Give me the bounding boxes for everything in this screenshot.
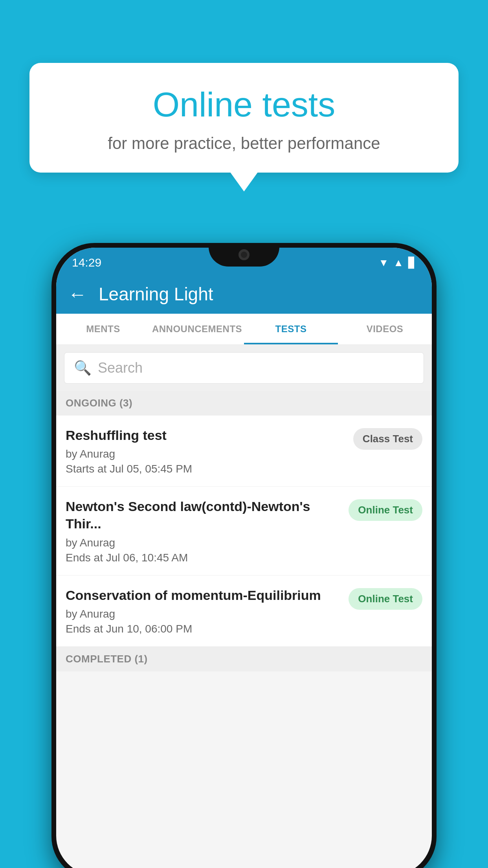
test-time-3: Ends at Jun 10, 06:00 PM [66,623,342,635]
battery-icon: ▊ [408,257,416,269]
test-time-1: Starts at Jul 05, 05:45 PM [66,463,347,475]
test-item-1[interactable]: Reshuffling test by Anurag Starts at Jul… [56,416,432,487]
ongoing-label: ONGOING (3) [66,397,132,409]
wifi-icon: ▼ [379,257,389,269]
tab-announcements[interactable]: ANNOUNCEMENTS [150,314,244,344]
phone-frame: 14:29 ▼ ▲ ▊ ← Learning Light MENTS ANNOU… [51,243,437,868]
test-info-3: Conservation of momentum-Equilibrium by … [66,587,342,635]
test-item-2[interactable]: Newton's Second law(contd)-Newton's Thir… [56,487,432,575]
app-bar: ← Learning Light [56,274,432,314]
test-item-3[interactable]: Conservation of momentum-Equilibrium by … [56,576,432,647]
search-icon: 🔍 [74,360,92,376]
status-time: 14:29 [72,256,101,269]
back-button[interactable]: ← [68,283,87,305]
test-info-1: Reshuffling test by Anurag Starts at Jul… [66,427,347,475]
test-author-2: by Anurag [66,537,342,549]
search-placeholder-text: Search [98,360,143,376]
tab-ments[interactable]: MENTS [56,314,150,344]
test-badge-2: Online Test [349,499,422,521]
completed-section-header: COMPLETED (1) [56,647,432,671]
phone-screen: 14:29 ▼ ▲ ▊ ← Learning Light MENTS ANNOU… [56,248,432,868]
test-badge-1: Class Test [353,428,422,450]
tab-videos[interactable]: VIDEOS [338,314,432,344]
phone-notch [209,243,279,267]
bubble-subtitle: for more practice, better performance [53,134,435,153]
ongoing-section-header: ONGOING (3) [56,391,432,416]
tab-tests[interactable]: TESTS [244,314,338,344]
completed-label: COMPLETED (1) [66,653,148,665]
test-author-3: by Anurag [66,608,342,620]
tab-bar: MENTS ANNOUNCEMENTS TESTS VIDEOS [56,314,432,345]
search-container: 🔍 Search [56,345,432,391]
search-bar[interactable]: 🔍 Search [64,352,424,384]
app-title: Learning Light [99,283,213,305]
promo-bubble: Online tests for more practice, better p… [29,63,459,173]
test-badge-3: Online Test [349,588,422,610]
bubble-title: Online tests [53,85,435,125]
test-info-2: Newton's Second law(contd)-Newton's Thir… [66,498,342,564]
test-time-2: Ends at Jul 06, 10:45 AM [66,552,342,564]
camera [238,249,250,260]
test-name-3: Conservation of momentum-Equilibrium [66,587,342,604]
test-list: Reshuffling test by Anurag Starts at Jul… [56,416,432,647]
test-name-2: Newton's Second law(contd)-Newton's Thir… [66,498,342,532]
test-author-1: by Anurag [66,448,347,460]
test-name-1: Reshuffling test [66,427,347,444]
signal-icon: ▲ [393,257,404,269]
status-icons: ▼ ▲ ▊ [379,257,416,269]
